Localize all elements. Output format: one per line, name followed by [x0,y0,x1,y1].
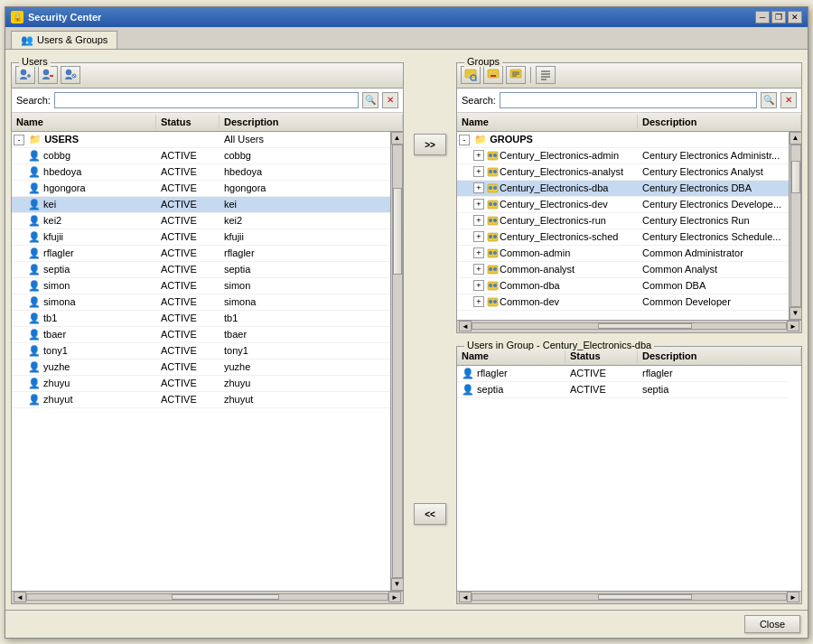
tab-icon: 👥 [21,34,33,46]
restore-button[interactable]: ❐ [771,11,786,23]
expand-icon[interactable]: + [473,280,484,291]
table-row[interactable]: 👤 tb1 ACTIVE tb1 [12,311,390,327]
remove-from-group-button[interactable]: << [414,503,446,525]
table-row[interactable]: 👤 tony1 ACTIVE tony1 [12,343,390,359]
table-row[interactable]: 👤 simon ACTIVE simon [12,278,390,294]
expand-icon[interactable]: + [473,199,484,210]
users-scroll-down[interactable]: ▼ [391,578,404,591]
edit-user-button[interactable] [61,66,80,84]
remove-user-button[interactable] [38,66,58,84]
status-cell: ACTIVE [156,214,220,227]
groups-search-clear[interactable]: ✕ [780,92,797,108]
groups-btn2[interactable] [483,66,503,84]
users-scroll-track[interactable] [392,145,403,578]
table-row[interactable]: 👤 kei2 ACTIVE kei2 [12,213,390,229]
table-row[interactable]: + Century_Electronics-dba Century Electr… [457,181,789,197]
table-row[interactable]: 👤 yuzhe ACTIVE yuzhe [12,359,390,376]
groups-scroll-up[interactable]: ▲ [790,132,802,145]
add-user-button[interactable] [15,66,35,84]
table-row[interactable]: + Common-dba Common DBA [457,278,789,294]
groups-scroll-thumb[interactable] [791,161,800,193]
table-row[interactable]: 👤 hbedoya ACTIVE hbedoya [12,164,390,181]
users-scroll-up[interactable]: ▲ [391,132,404,145]
users-scroll-thumb[interactable] [393,188,402,275]
table-row[interactable]: + Century_Electronics-run Century Electr… [457,213,789,229]
groups-scroll-left[interactable]: ◄ [459,321,472,331]
close-button[interactable]: Close [744,615,800,633]
uig-desc-cell: septia [638,383,789,396]
groups-scroll-thumb-h[interactable] [598,323,692,329]
uig-scroll-thumb-h[interactable] [598,594,692,600]
table-row[interactable]: 👤 simona ACTIVE simona [12,294,390,311]
table-row[interactable]: 👤 kei ACTIVE kei [12,197,390,213]
expand-icon[interactable]: + [473,296,484,307]
uig-scroll-left[interactable]: ◄ [459,592,472,602]
uig-scroll-track-h[interactable] [472,593,787,601]
groups-scroll-right[interactable]: ► [787,321,799,331]
table-row[interactable]: + Century_Electronics-sched Century Elec… [457,229,789,246]
groups-btn4[interactable] [536,66,556,84]
table-row[interactable]: + Common-analyst Common Analyst [457,262,789,278]
groups-btn3[interactable] [506,66,526,84]
table-row[interactable]: 👤 hgongora ACTIVE hgongora [12,181,390,197]
table-row[interactable]: + Common-admin Common Administrator [457,246,789,262]
table-row[interactable]: + Century_Electronics-dev Century Electr… [457,197,789,213]
users-vertical-scrollbar[interactable]: ▲ ▼ [390,132,403,591]
minimize-button[interactable]: ─ [755,11,770,23]
groups-search-button[interactable]: 🔍 [761,92,777,108]
desc-cell: septia [220,263,390,275]
table-row[interactable]: 👤 kfujii ACTIVE kfujii [12,229,390,246]
users-search-input[interactable] [54,92,359,108]
user-name: yuzhe [43,361,70,372]
table-row[interactable]: + Century_Electronics-analyst Century El… [457,164,789,181]
users-scroll-track-h[interactable] [26,593,388,601]
groups-scroll-track-h[interactable] [472,322,787,330]
users-search-button[interactable]: 🔍 [362,92,378,108]
expand-icon[interactable]: + [473,264,484,275]
table-row[interactable]: 👤 septia ACTIVE septia [12,262,390,278]
group-name: Century_Electronics-sched [500,231,618,242]
group-name: Common-analyst [500,264,575,275]
groups-scroll-down[interactable]: ▼ [790,307,802,320]
expand-icon[interactable]: + [473,182,484,193]
tab-users-groups[interactable]: 👥 Users & Groups [11,31,117,49]
table-row[interactable]: 👤 rflagler ACTIVE rflagler [12,246,390,262]
groups-vertical-scrollbar[interactable]: ▲ ▼ [789,132,801,320]
groups-btn1[interactable] [461,66,481,84]
table-row[interactable]: + Common-dev Common Developer [457,294,789,311]
uig-horizontal-scrollbar[interactable]: ◄ ► [457,591,801,603]
users-horizontal-scrollbar[interactable]: ◄ ► [12,591,403,603]
expand-icon[interactable]: + [473,231,484,242]
desc-cell: yuzhe [220,360,390,373]
table-row[interactable]: - 📁 GROUPS [457,132,789,148]
groups-search-input[interactable] [500,92,757,108]
expand-icon[interactable]: + [473,215,484,226]
uig-scroll-right[interactable]: ► [787,592,799,602]
table-row[interactable]: 👤 zhuyu ACTIVE zhuyu [12,376,390,392]
users-search-clear[interactable]: ✕ [382,92,398,108]
expand-icon[interactable]: + [473,166,484,177]
add-to-group-button[interactable]: >> [414,134,446,155]
table-row[interactable]: 👤 cobbg ACTIVE cobbg [12,148,390,164]
expand-icon[interactable]: + [473,150,484,161]
expand-icon[interactable]: + [473,247,484,258]
expand-icon[interactable]: - [459,135,470,145]
close-window-button[interactable]: ✕ [788,11,802,23]
table-row[interactable]: 👤 rflagler ACTIVE rflagler [457,366,789,382]
desc-cell: simon [220,279,390,292]
users-scroll-right[interactable]: ► [388,592,401,602]
table-row[interactable]: 👤 septia ACTIVE septia [457,382,789,398]
table-row[interactable]: 👤 tbaer ACTIVE tbaer [12,327,390,343]
table-row[interactable]: + Century_Electronics-admin Century Elec… [457,148,789,164]
desc-cell: cobbg [220,149,390,162]
groups-horizontal-scrollbar[interactable]: ◄ ► [457,320,801,332]
table-row[interactable]: 👤 zhuyut ACTIVE zhuyut [12,392,390,408]
expand-icon[interactable]: - [14,135,24,145]
main-content: Users [5,50,808,610]
status-cell: ACTIVE [156,360,220,373]
users-scroll-left[interactable]: ◄ [14,592,26,602]
groups-scroll-track[interactable] [790,145,801,307]
table-row[interactable]: - 📁 USERS All Users [12,132,390,148]
svg-line-9 [475,79,476,80]
users-scroll-thumb-h[interactable] [172,594,280,600]
